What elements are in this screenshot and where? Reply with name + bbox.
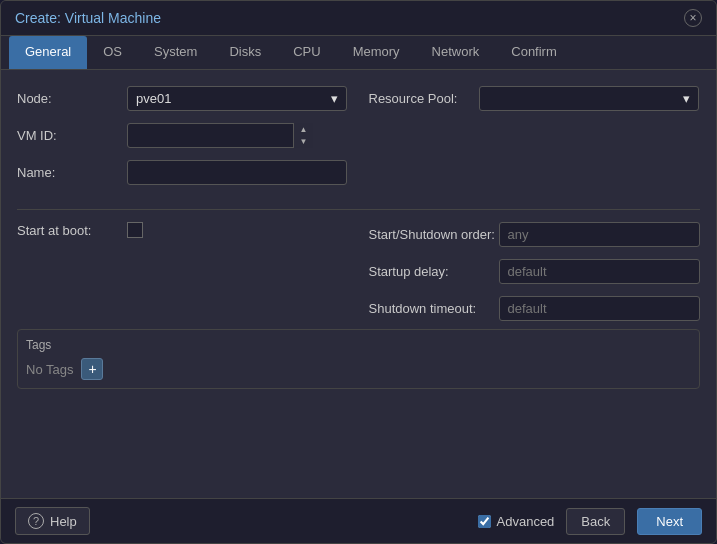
name-label: Name:: [17, 165, 127, 180]
tab-general[interactable]: General: [9, 36, 87, 69]
name-input[interactable]: [127, 160, 347, 185]
tab-system[interactable]: System: [138, 36, 213, 69]
resource-pool-select[interactable]: ▾: [479, 86, 699, 111]
node-row: Node: pve01 ▾: [17, 86, 349, 111]
help-icon: ?: [28, 513, 44, 529]
startup-order-row: Start/Shutdown order:: [369, 222, 701, 247]
startup-delay-input[interactable]: [499, 259, 701, 284]
back-button[interactable]: Back: [566, 508, 625, 535]
next-button[interactable]: Next: [637, 508, 702, 535]
tags-inner: No Tags +: [26, 358, 691, 380]
resource-pool-dropdown-icon: ▾: [683, 91, 690, 106]
tab-network[interactable]: Network: [416, 36, 496, 69]
tab-confirm[interactable]: Confirm: [495, 36, 573, 69]
shutdown-timeout-label: Shutdown timeout:: [369, 301, 499, 316]
form-content: Node: pve01 ▾ VM ID: 104 ▲: [1, 70, 716, 498]
vmid-up[interactable]: ▲: [294, 123, 313, 136]
tags-label: Tags: [26, 338, 691, 352]
startup-delay-row: Startup delay:: [369, 259, 701, 284]
close-button[interactable]: ×: [684, 9, 702, 27]
vmid-down[interactable]: ▼: [294, 136, 313, 149]
node-dropdown-icon: ▾: [331, 91, 338, 106]
footer-right: Advanced Back Next: [478, 508, 702, 535]
startup-order-label: Start/Shutdown order:: [369, 227, 499, 242]
help-button[interactable]: ? Help: [15, 507, 90, 535]
start-at-boot-label: Start at boot:: [17, 223, 127, 238]
resource-pool-label: Resource Pool:: [369, 91, 479, 106]
title-bar: Create: Virtual Machine ×: [1, 1, 716, 36]
tab-bar: General OS System Disks CPU Memory Netwo…: [1, 36, 716, 70]
resource-pool-row: Resource Pool: ▾: [369, 86, 701, 111]
vmid-label: VM ID:: [17, 128, 127, 143]
tab-cpu[interactable]: CPU: [277, 36, 336, 69]
tags-section: Tags No Tags +: [17, 329, 700, 389]
shutdown-timeout-input[interactable]: [499, 296, 701, 321]
vmid-spinner: ▲ ▼: [293, 123, 313, 148]
footer: ? Help Advanced Back Next: [1, 498, 716, 543]
node-select[interactable]: pve01 ▾: [127, 86, 347, 111]
dialog-title: Create: Virtual Machine: [15, 10, 161, 26]
start-at-boot-checkbox[interactable]: [127, 222, 143, 238]
startup-order-input[interactable]: [499, 222, 701, 247]
advanced-checkbox[interactable]: [478, 515, 491, 528]
startup-section: Start/Shutdown order: Startup delay: Shu…: [369, 222, 701, 321]
add-tag-button[interactable]: +: [81, 358, 103, 380]
shutdown-timeout-row: Shutdown timeout:: [369, 296, 701, 321]
no-tags-text: No Tags: [26, 362, 73, 377]
tab-memory[interactable]: Memory: [337, 36, 416, 69]
node-label: Node:: [17, 91, 127, 106]
node-value: pve01: [136, 91, 171, 106]
tab-disks[interactable]: Disks: [213, 36, 277, 69]
tab-os[interactable]: OS: [87, 36, 138, 69]
startup-delay-label: Startup delay:: [369, 264, 499, 279]
advanced-label: Advanced: [478, 514, 555, 529]
vmid-row: VM ID: 104 ▲ ▼: [17, 123, 349, 148]
start-at-boot-row: Start at boot:: [17, 222, 349, 238]
divider: [17, 209, 700, 210]
vmid-input[interactable]: 104: [127, 123, 313, 148]
name-row: Name:: [17, 160, 349, 185]
create-vm-dialog: Create: Virtual Machine × General OS Sys…: [0, 0, 717, 544]
help-label: Help: [50, 514, 77, 529]
